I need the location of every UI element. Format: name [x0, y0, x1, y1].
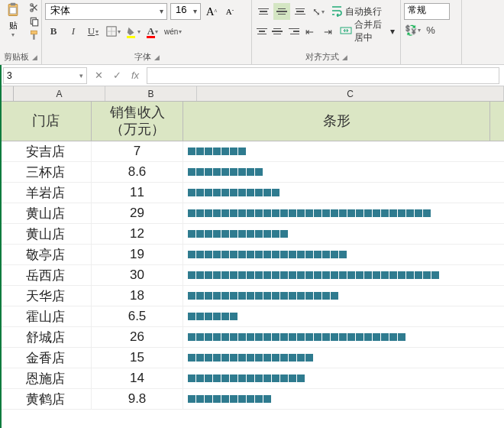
- merge-center-button[interactable]: 合并后居中▾: [338, 23, 397, 40]
- bar-square: [230, 354, 237, 362]
- cell-store[interactable]: 敬亭店: [0, 245, 92, 264]
- cancel-button[interactable]: ✕: [92, 69, 105, 83]
- number-format-select[interactable]: 常规: [404, 3, 450, 20]
- wrap-text-button[interactable]: 自动换行: [328, 3, 384, 20]
- cell-store[interactable]: 天华店: [0, 286, 92, 306]
- paste-label: 贴: [9, 20, 18, 31]
- dialog-launcher-icon[interactable]: ◢: [32, 54, 37, 61]
- cell-revenue[interactable]: 9.8: [92, 389, 183, 409]
- align-top-button[interactable]: [255, 3, 272, 20]
- bar-square: [221, 333, 229, 341]
- font-name-select[interactable]: 宋体▾: [45, 3, 167, 20]
- cell-revenue[interactable]: 15: [92, 348, 183, 368]
- column-header-B[interactable]: B: [105, 86, 197, 101]
- cell-bar[interactable]: [183, 368, 490, 388]
- cell-store[interactable]: 恩施店: [0, 368, 92, 388]
- cell-store[interactable]: 黄山店: [0, 224, 92, 244]
- accounting-format-button[interactable]: 💱▾: [404, 21, 421, 38]
- cell-revenue[interactable]: 14: [92, 368, 183, 388]
- bar-square: [221, 271, 229, 279]
- cell-bar[interactable]: [183, 348, 490, 368]
- percent-button[interactable]: %: [422, 21, 439, 38]
- fill-color-button[interactable]: ▾: [124, 23, 141, 40]
- bar-square: [339, 209, 347, 217]
- cell-revenue[interactable]: 11: [92, 183, 183, 203]
- bold-button[interactable]: B: [45, 23, 62, 40]
- header-store[interactable]: 门店: [0, 102, 92, 141]
- enter-button[interactable]: ✓: [110, 69, 124, 83]
- align-middle-button[interactable]: [273, 3, 290, 20]
- header-bar[interactable]: 条形: [183, 102, 490, 141]
- chevron-down-icon: ▾: [193, 7, 197, 15]
- cell-store[interactable]: 霍山店: [0, 306, 92, 326]
- cell-bar[interactable]: [183, 389, 490, 409]
- cell-revenue[interactable]: 29: [92, 203, 183, 223]
- cell-revenue[interactable]: 8.6: [92, 162, 183, 182]
- format-painter-button[interactable]: [27, 29, 41, 41]
- dialog-launcher-icon[interactable]: ◢: [154, 54, 160, 61]
- align-center-button[interactable]: [270, 23, 284, 40]
- bar-square: [238, 189, 246, 196]
- bar-square: [205, 395, 212, 403]
- cell-store[interactable]: 黄山店: [0, 203, 92, 223]
- cell-bar[interactable]: [183, 327, 490, 347]
- cell-bar[interactable]: [183, 183, 490, 203]
- font-size-select[interactable]: 16▾: [170, 3, 201, 20]
- bar-square: [280, 374, 288, 382]
- align-left-button[interactable]: [255, 23, 269, 40]
- cut-button[interactable]: [27, 2, 41, 14]
- increase-font-button[interactable]: A^: [204, 3, 219, 20]
- column-header-A[interactable]: A: [14, 86, 105, 101]
- bar-square: [188, 189, 195, 196]
- cell-bar[interactable]: [183, 306, 490, 326]
- cell-store[interactable]: 金香店: [0, 348, 92, 368]
- svg-rect-1: [11, 3, 16, 5]
- decrease-indent-button[interactable]: ⇤: [301, 23, 318, 40]
- cell-bar[interactable]: [183, 141, 490, 161]
- border-button[interactable]: ▾: [105, 23, 121, 40]
- cell-revenue[interactable]: 7: [92, 141, 183, 161]
- cell-revenue[interactable]: 12: [92, 224, 183, 244]
- cell-store[interactable]: 羊岩店: [0, 183, 92, 203]
- bar-square: [255, 395, 263, 403]
- column-header-C[interactable]: C: [197, 86, 504, 101]
- cell-bar[interactable]: [183, 224, 490, 244]
- table-row: 敬亭店19: [0, 245, 504, 265]
- cell-store[interactable]: 舒城店: [0, 327, 92, 347]
- bar-square: [272, 354, 279, 362]
- cell-store[interactable]: 安吉店: [0, 141, 92, 161]
- dialog-launcher-icon[interactable]: ◢: [342, 54, 347, 61]
- cell-store[interactable]: 三杯店: [0, 162, 92, 182]
- decrease-font-button[interactable]: Aˇ: [222, 3, 237, 20]
- phonetic-button[interactable]: wén▾: [164, 23, 182, 40]
- cell-revenue[interactable]: 30: [92, 265, 183, 285]
- cell-store[interactable]: 岳西店: [0, 265, 92, 285]
- formula-input[interactable]: [147, 67, 499, 84]
- cell-bar[interactable]: [183, 265, 490, 285]
- cell-bar[interactable]: [183, 286, 490, 306]
- cell-revenue[interactable]: 26: [92, 327, 183, 347]
- underline-button[interactable]: U▾: [85, 23, 102, 40]
- cell-revenue[interactable]: 6.5: [92, 306, 183, 326]
- cell-bar[interactable]: [183, 245, 490, 264]
- cell-store[interactable]: 黄鹤店: [0, 389, 92, 409]
- bar-square: [238, 230, 246, 238]
- header-revenue[interactable]: 销售收入 （万元）: [92, 102, 183, 141]
- paste-button[interactable]: 贴 ▾: [0, 2, 26, 41]
- cell-bar[interactable]: [183, 203, 490, 223]
- align-right-button[interactable]: [286, 23, 299, 40]
- align-bottom-button[interactable]: [292, 3, 309, 20]
- cell-revenue[interactable]: 19: [92, 245, 183, 264]
- italic-button[interactable]: I: [65, 23, 82, 40]
- name-box[interactable]: 3▾: [3, 67, 87, 84]
- cell-revenue[interactable]: 18: [92, 286, 183, 306]
- select-all-corner[interactable]: [0, 86, 14, 101]
- copy-button[interactable]: [27, 15, 41, 28]
- fx-button[interactable]: fx: [128, 69, 142, 83]
- cell-bar[interactable]: [183, 162, 490, 182]
- font-color-button[interactable]: A▾: [144, 23, 161, 40]
- bar-square: [272, 374, 279, 382]
- bar-square: [381, 209, 389, 217]
- increase-indent-button[interactable]: ⇥: [319, 23, 336, 40]
- orientation-button[interactable]: ⤡▾: [310, 3, 327, 20]
